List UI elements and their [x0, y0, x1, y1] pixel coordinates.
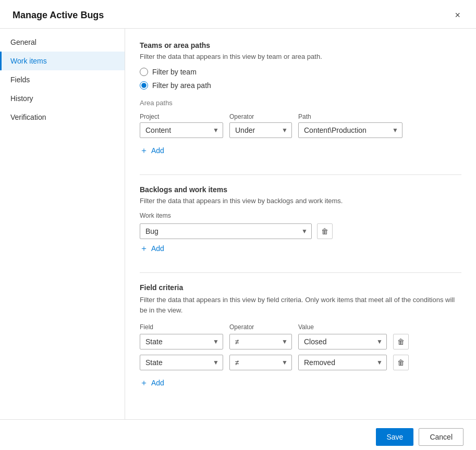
criteria-delete-button-1[interactable]: 🗑 — [393, 334, 409, 349]
backlogs-section-title: Backlogs and work items — [140, 185, 461, 194]
criteria-row-1: State Assigned To Priority Area Path ▼ ≠… — [140, 334, 461, 349]
project-select[interactable]: Content — [140, 122, 223, 138]
criteria-field-select-1[interactable]: State Assigned To Priority Area Path — [140, 334, 223, 349]
backlogs-section-desc: Filter the data that appears in this vie… — [140, 197, 461, 205]
teams-section-title: Teams or area paths — [140, 41, 461, 49]
backlogs-add-button[interactable]: ＋ Add — [140, 241, 164, 256]
backlogs-section: Backlogs and work items Filter the data … — [140, 185, 461, 256]
work-items-label: Work items — [140, 212, 461, 219]
project-label: Project — [140, 113, 223, 120]
work-items-row: Bug Task Feature Epic ▼ 🗑 — [140, 223, 461, 239]
trash-icon: 🗑 — [321, 227, 328, 235]
close-button[interactable]: × — [451, 9, 463, 21]
operator-select-wrapper: Under Not under ▼ — [229, 122, 292, 138]
dialog-footer: Save Cancel — [0, 419, 476, 450]
divider-2 — [140, 272, 461, 273]
path-label: Path — [298, 113, 402, 120]
criteria-value-select-wrapper-2: Removed Active Resolved Closed ▼ — [298, 355, 387, 370]
criteria-field-select-wrapper-1: State Assigned To Priority Area Path ▼ — [140, 334, 223, 349]
sidebar-item-history[interactable]: History — [0, 89, 125, 108]
sidebar-item-fields[interactable]: Fields — [0, 70, 125, 89]
filter-by-area-option[interactable]: Filter by area path — [140, 81, 461, 90]
trash-icon-1: 🗑 — [397, 338, 405, 346]
criteria-header-row: Field Operator Value — [140, 322, 461, 331]
area-paths-subtitle: Area paths — [140, 99, 461, 107]
criteria-value-select-1[interactable]: Closed Active Resolved Removed — [298, 334, 387, 349]
filter-radio-group: Filter by team Filter by area path — [140, 68, 461, 90]
operator-field-group: Operator Under Not under ▼ — [229, 113, 292, 138]
work-items-field-group: Work items Bug Task Feature Epic ▼ — [140, 212, 461, 239]
path-select-wrapper: Content\Production ▼ — [298, 122, 402, 138]
sidebar-item-work-items[interactable]: Work items — [0, 52, 125, 70]
sidebar: General Work items Fields History Verifi… — [0, 29, 125, 419]
criteria-op-select-2[interactable]: ≠ = > < — [229, 355, 292, 370]
filter-by-team-radio[interactable] — [140, 68, 148, 76]
criteria-value-select-wrapper-1: Closed Active Resolved Removed ▼ — [298, 334, 387, 349]
criteria-op-select-1[interactable]: ≠ = > < — [229, 334, 292, 349]
main-content: Teams or area paths Filter the data that… — [125, 29, 476, 419]
manage-active-bugs-dialog: Manage Active Bugs × General Work items … — [0, 0, 476, 450]
work-item-select[interactable]: Bug Task Feature Epic — [140, 223, 312, 239]
criteria-op-select-wrapper-2: ≠ = > < ▼ — [229, 355, 292, 370]
dialog-title: Manage Active Bugs — [13, 10, 104, 21]
cancel-button[interactable]: Cancel — [419, 428, 463, 446]
field-col-label: Field — [140, 322, 223, 331]
project-select-wrapper: Content ▼ — [140, 122, 223, 138]
dialog-header: Manage Active Bugs × — [0, 0, 476, 29]
filter-by-area-radio[interactable] — [140, 81, 148, 90]
area-paths-add-button[interactable]: ＋ Add — [140, 143, 164, 158]
area-paths-row: Project Content ▼ Operator Under — [140, 113, 461, 138]
filter-by-team-option[interactable]: Filter by team — [140, 68, 461, 76]
criteria-row-2: State Assigned To Priority Area Path ▼ ≠… — [140, 355, 461, 370]
criteria-value-select-2[interactable]: Removed Active Resolved Closed — [298, 355, 387, 370]
operator-select[interactable]: Under Not under — [229, 122, 292, 138]
save-button[interactable]: Save — [376, 428, 413, 446]
criteria-op-select-wrapper-1: ≠ = > < ▼ — [229, 334, 292, 349]
dialog-body: General Work items Fields History Verifi… — [0, 29, 476, 419]
field-criteria-title: Field criteria — [140, 283, 461, 292]
sidebar-item-general[interactable]: General — [0, 33, 125, 52]
sidebar-item-verification[interactable]: Verification — [0, 108, 125, 127]
criteria-field-select-2[interactable]: State Assigned To Priority Area Path — [140, 355, 223, 370]
criteria-delete-button-2[interactable]: 🗑 — [393, 355, 409, 370]
add-icon: ＋ — [140, 146, 148, 155]
field-criteria-section: Field criteria Filter the data that appe… — [140, 283, 461, 390]
path-select[interactable]: Content\Production — [298, 122, 402, 138]
add-icon-2: ＋ — [140, 244, 148, 253]
work-item-delete-button[interactable]: 🗑 — [317, 223, 333, 239]
path-field-group: Path Content\Production ▼ — [298, 113, 402, 138]
operator-label: Operator — [229, 113, 292, 120]
project-field-group: Project Content ▼ — [140, 113, 223, 138]
operator-col-label: Operator — [229, 322, 292, 331]
value-col-label: Value — [298, 322, 387, 331]
field-criteria-desc: Filter the data that appears in this vie… — [140, 295, 461, 315]
add-icon-3: ＋ — [140, 379, 148, 387]
criteria-add-button[interactable]: ＋ Add — [140, 376, 164, 390]
work-item-select-wrapper: Bug Task Feature Epic ▼ — [140, 223, 312, 239]
criteria-field-select-wrapper-2: State Assigned To Priority Area Path ▼ — [140, 355, 223, 370]
divider-1 — [140, 174, 461, 175]
trash-icon-2: 🗑 — [397, 358, 405, 367]
teams-section-desc: Filter the data that appears in this vie… — [140, 53, 461, 60]
teams-section: Teams or area paths Filter the data that… — [140, 41, 461, 158]
